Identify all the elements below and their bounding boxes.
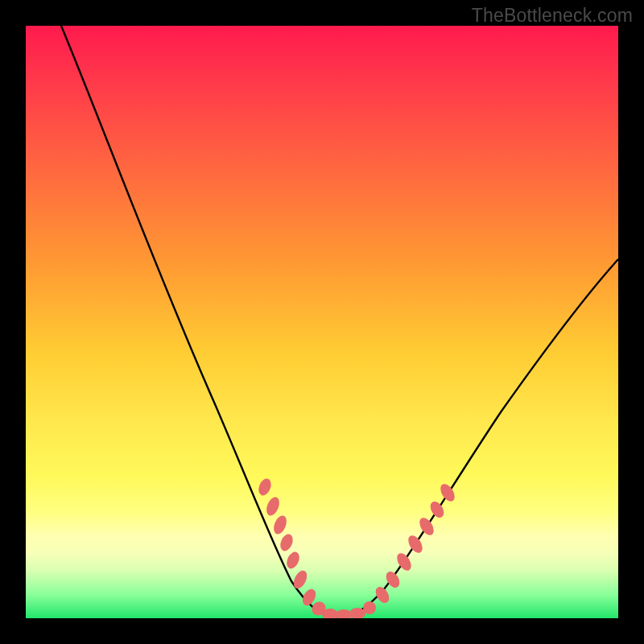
svg-point-4 xyxy=(284,550,302,571)
svg-point-9 xyxy=(336,609,352,618)
watermark-text: TheBottleneck.com xyxy=(472,5,633,27)
svg-point-15 xyxy=(406,533,426,555)
svg-point-3 xyxy=(278,532,295,553)
svg-point-12 xyxy=(373,584,392,605)
chart-svg xyxy=(26,26,618,618)
svg-point-16 xyxy=(417,515,437,538)
svg-point-17 xyxy=(427,499,447,520)
chart-frame: TheBottleneck.com xyxy=(0,0,644,644)
plot-area xyxy=(26,26,618,618)
svg-point-2 xyxy=(271,514,289,535)
svg-point-5 xyxy=(291,568,309,591)
main-curve xyxy=(61,26,618,617)
svg-point-0 xyxy=(256,477,273,497)
marker-group xyxy=(256,477,457,618)
svg-point-1 xyxy=(264,495,282,517)
